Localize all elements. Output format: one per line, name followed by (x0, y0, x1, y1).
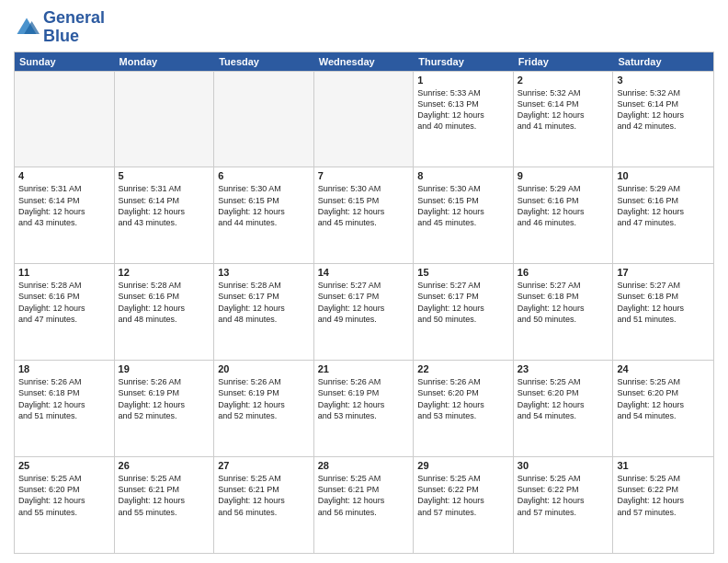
day-info: Sunrise: 5:25 AM Sunset: 6:22 PM Dayligh… (417, 473, 509, 518)
calendar-cell: 4Sunrise: 5:31 AM Sunset: 6:14 PM Daylig… (15, 167, 115, 263)
day-number: 20 (218, 363, 310, 374)
day-number: 8 (417, 170, 509, 181)
calendar-cell: 9Sunrise: 5:29 AM Sunset: 6:16 PM Daylig… (514, 167, 614, 263)
day-info: Sunrise: 5:32 AM Sunset: 6:14 PM Dayligh… (617, 87, 710, 132)
calendar-header: SundayMondayTuesdayWednesdayThursdayFrid… (15, 52, 713, 71)
calendar-cell: 23Sunrise: 5:25 AM Sunset: 6:20 PM Dayli… (514, 361, 614, 456)
day-number: 9 (518, 170, 609, 181)
day-number: 13 (218, 267, 310, 278)
calendar-cell: 26Sunrise: 5:25 AM Sunset: 6:21 PM Dayli… (115, 457, 215, 553)
day-number: 19 (119, 363, 210, 374)
day-number: 18 (18, 363, 110, 374)
day-info: Sunrise: 5:30 AM Sunset: 6:15 PM Dayligh… (218, 183, 310, 228)
day-number: 11 (18, 267, 110, 278)
calendar-cell (214, 72, 314, 167)
day-number: 31 (617, 460, 710, 471)
page: General Blue SundayMondayTuesdayWednesda… (0, 0, 728, 563)
day-number: 21 (318, 363, 410, 374)
calendar-row: 18Sunrise: 5:26 AM Sunset: 6:18 PM Dayli… (15, 360, 713, 456)
calendar-row: 4Sunrise: 5:31 AM Sunset: 6:14 PM Daylig… (15, 167, 713, 263)
calendar-body: 1Sunrise: 5:33 AM Sunset: 6:13 PM Daylig… (15, 71, 713, 553)
weekday-header: Sunday (15, 52, 115, 71)
day-info: Sunrise: 5:27 AM Sunset: 6:17 PM Dayligh… (417, 280, 509, 325)
calendar-row: 1Sunrise: 5:33 AM Sunset: 6:13 PM Daylig… (15, 71, 713, 167)
day-number: 24 (617, 363, 710, 374)
day-number: 14 (318, 267, 410, 278)
day-number: 28 (318, 460, 410, 471)
day-number: 15 (417, 267, 509, 278)
calendar-cell: 29Sunrise: 5:25 AM Sunset: 6:22 PM Dayli… (414, 457, 514, 553)
day-number: 30 (518, 460, 609, 471)
day-info: Sunrise: 5:26 AM Sunset: 6:18 PM Dayligh… (18, 376, 110, 421)
day-info: Sunrise: 5:26 AM Sunset: 6:19 PM Dayligh… (318, 376, 410, 421)
calendar-cell: 16Sunrise: 5:27 AM Sunset: 6:18 PM Dayli… (514, 264, 614, 360)
day-info: Sunrise: 5:29 AM Sunset: 6:16 PM Dayligh… (518, 183, 609, 228)
day-info: Sunrise: 5:25 AM Sunset: 6:21 PM Dayligh… (119, 473, 210, 518)
day-number: 4 (18, 170, 110, 181)
day-info: Sunrise: 5:28 AM Sunset: 6:16 PM Dayligh… (119, 280, 210, 325)
day-info: Sunrise: 5:30 AM Sunset: 6:15 PM Dayligh… (417, 183, 509, 228)
day-info: Sunrise: 5:27 AM Sunset: 6:18 PM Dayligh… (518, 280, 609, 325)
day-info: Sunrise: 5:33 AM Sunset: 6:13 PM Dayligh… (417, 87, 509, 132)
day-info: Sunrise: 5:25 AM Sunset: 6:22 PM Dayligh… (617, 473, 710, 518)
calendar-cell: 18Sunrise: 5:26 AM Sunset: 6:18 PM Dayli… (15, 361, 115, 456)
calendar-cell: 21Sunrise: 5:26 AM Sunset: 6:19 PM Dayli… (314, 361, 415, 456)
calendar: SundayMondayTuesdayWednesdayThursdayFrid… (14, 52, 714, 554)
day-info: Sunrise: 5:25 AM Sunset: 6:20 PM Dayligh… (18, 473, 110, 518)
weekday-header: Thursday (414, 52, 514, 71)
day-info: Sunrise: 5:25 AM Sunset: 6:20 PM Dayligh… (518, 376, 609, 421)
logo-text: General Blue (43, 9, 105, 46)
day-number: 1 (417, 75, 509, 86)
day-number: 22 (417, 363, 509, 374)
calendar-cell: 10Sunrise: 5:29 AM Sunset: 6:16 PM Dayli… (613, 167, 713, 263)
day-info: Sunrise: 5:28 AM Sunset: 6:17 PM Dayligh… (218, 280, 310, 325)
calendar-cell: 14Sunrise: 5:27 AM Sunset: 6:17 PM Dayli… (314, 264, 415, 360)
day-number: 29 (417, 460, 509, 471)
calendar-cell (115, 72, 215, 167)
day-number: 5 (119, 170, 210, 181)
calendar-cell: 20Sunrise: 5:26 AM Sunset: 6:19 PM Dayli… (214, 361, 314, 456)
day-info: Sunrise: 5:28 AM Sunset: 6:16 PM Dayligh… (18, 280, 110, 325)
calendar-cell: 19Sunrise: 5:26 AM Sunset: 6:19 PM Dayli… (115, 361, 215, 456)
day-info: Sunrise: 5:25 AM Sunset: 6:21 PM Dayligh… (218, 473, 310, 518)
day-number: 10 (617, 170, 710, 181)
day-info: Sunrise: 5:27 AM Sunset: 6:17 PM Dayligh… (318, 280, 410, 325)
day-number: 16 (518, 267, 609, 278)
day-number: 26 (119, 460, 210, 471)
weekday-header: Tuesday (214, 52, 314, 71)
weekday-header: Friday (514, 52, 614, 71)
calendar-cell: 22Sunrise: 5:26 AM Sunset: 6:20 PM Dayli… (414, 361, 514, 456)
day-info: Sunrise: 5:30 AM Sunset: 6:15 PM Dayligh… (318, 183, 410, 228)
day-info: Sunrise: 5:25 AM Sunset: 6:22 PM Dayligh… (518, 473, 609, 518)
calendar-cell: 27Sunrise: 5:25 AM Sunset: 6:21 PM Dayli… (214, 457, 314, 553)
calendar-cell: 2Sunrise: 5:32 AM Sunset: 6:14 PM Daylig… (514, 72, 614, 167)
logo-icon (14, 15, 40, 40)
weekday-header: Wednesday (314, 52, 415, 71)
calendar-cell: 3Sunrise: 5:32 AM Sunset: 6:14 PM Daylig… (613, 72, 713, 167)
calendar-cell: 1Sunrise: 5:33 AM Sunset: 6:13 PM Daylig… (414, 72, 514, 167)
day-info: Sunrise: 5:31 AM Sunset: 6:14 PM Dayligh… (18, 183, 110, 228)
calendar-cell (314, 72, 415, 167)
day-number: 2 (518, 75, 609, 86)
day-number: 17 (617, 267, 710, 278)
day-number: 25 (18, 460, 110, 471)
calendar-cell: 25Sunrise: 5:25 AM Sunset: 6:20 PM Dayli… (15, 457, 115, 553)
header: General Blue (14, 9, 714, 46)
calendar-cell: 11Sunrise: 5:28 AM Sunset: 6:16 PM Dayli… (15, 264, 115, 360)
calendar-cell: 15Sunrise: 5:27 AM Sunset: 6:17 PM Dayli… (414, 264, 514, 360)
day-number: 23 (518, 363, 609, 374)
weekday-header: Monday (115, 52, 215, 71)
calendar-cell: 5Sunrise: 5:31 AM Sunset: 6:14 PM Daylig… (115, 167, 215, 263)
day-number: 7 (318, 170, 410, 181)
day-number: 27 (218, 460, 310, 471)
calendar-cell: 8Sunrise: 5:30 AM Sunset: 6:15 PM Daylig… (414, 167, 514, 263)
calendar-cell: 28Sunrise: 5:25 AM Sunset: 6:21 PM Dayli… (314, 457, 415, 553)
day-number: 3 (617, 75, 710, 86)
calendar-cell: 24Sunrise: 5:25 AM Sunset: 6:20 PM Dayli… (613, 361, 713, 456)
calendar-row: 25Sunrise: 5:25 AM Sunset: 6:20 PM Dayli… (15, 456, 713, 553)
calendar-cell: 31Sunrise: 5:25 AM Sunset: 6:22 PM Dayli… (613, 457, 713, 553)
day-info: Sunrise: 5:26 AM Sunset: 6:19 PM Dayligh… (119, 376, 210, 421)
calendar-cell: 12Sunrise: 5:28 AM Sunset: 6:16 PM Dayli… (115, 264, 215, 360)
day-info: Sunrise: 5:27 AM Sunset: 6:18 PM Dayligh… (617, 280, 710, 325)
day-info: Sunrise: 5:31 AM Sunset: 6:14 PM Dayligh… (119, 183, 210, 228)
